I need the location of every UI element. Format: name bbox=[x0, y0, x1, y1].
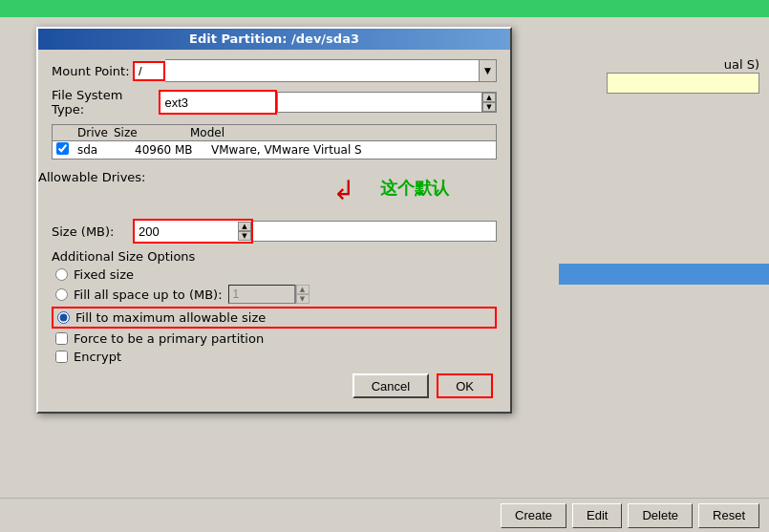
filesystem-spinner-up[interactable]: ▲ bbox=[482, 93, 496, 102]
radio-fixed-label: Fixed size bbox=[74, 267, 134, 282]
drive-checkbox[interactable] bbox=[56, 142, 77, 158]
mount-dropdown-arrow[interactable]: ▼ bbox=[479, 60, 496, 81]
size-remaining bbox=[253, 221, 497, 242]
checkbox-primary[interactable] bbox=[55, 332, 68, 345]
dialog-buttons: Cancel OK bbox=[52, 368, 497, 402]
mount-point-combo-wrapper bbox=[133, 61, 165, 81]
cancel-button[interactable]: Cancel bbox=[352, 373, 429, 398]
radio-fill-space-label: Fill all space up to (MB): bbox=[74, 287, 223, 302]
filesystem-spinner[interactable]: ▲ ▼ bbox=[481, 93, 496, 112]
drives-col-size: Size bbox=[114, 126, 190, 139]
filesystem-input-wrapper bbox=[159, 90, 277, 115]
filesystem-label: File System Type: bbox=[52, 88, 159, 117]
mount-point-combo: ▼ bbox=[165, 59, 497, 82]
size-label: Size (MB): bbox=[52, 224, 133, 239]
mount-point-text-input[interactable] bbox=[135, 63, 163, 79]
mount-point-label: Mount Point: bbox=[52, 64, 133, 78]
size-row: Size (MB): ▲ ▼ bbox=[52, 219, 497, 244]
bottom-toolbar: Create Edit Delete Reset bbox=[0, 498, 769, 532]
fill-space-spinner-up[interactable]: ▲ bbox=[296, 285, 310, 294]
right-panel-label: ual S) bbox=[724, 57, 759, 72]
radio-fill-max-row: Fill to maximum allowable size bbox=[52, 307, 497, 329]
edit-button[interactable]: Edit bbox=[572, 503, 622, 528]
radio-fixed[interactable] bbox=[55, 268, 68, 281]
ok-button[interactable]: OK bbox=[437, 373, 493, 398]
radio-fill-space[interactable] bbox=[55, 288, 68, 301]
right-panel-blue-bar bbox=[559, 264, 769, 285]
create-button[interactable]: Create bbox=[501, 503, 566, 528]
mount-combo-text bbox=[165, 70, 479, 72]
mount-point-row: Mount Point: ▼ bbox=[52, 59, 497, 82]
fill-space-input[interactable] bbox=[228, 285, 295, 304]
radio-fixed-row: Fixed size bbox=[52, 267, 497, 282]
filesystem-combo-rest: ▲ ▼ bbox=[277, 92, 497, 113]
size-spinner-down[interactable]: ▼ bbox=[238, 231, 251, 241]
checkbox-encrypt[interactable] bbox=[55, 351, 68, 363]
checkbox-primary-row: Force to be a primary partition bbox=[52, 331, 497, 346]
checkbox-primary-label: Force to be a primary partition bbox=[74, 331, 264, 346]
dialog-content: Mount Point: ▼ File System Type: ▲ ▼ bbox=[38, 50, 510, 412]
size-spinner-up[interactable]: ▲ bbox=[238, 222, 251, 231]
dialog-title: Edit Partition: /dev/sda3 bbox=[189, 32, 359, 46]
drive-size: 40960 MB bbox=[135, 143, 211, 157]
size-input-wrapper: ▲ ▼ bbox=[133, 219, 253, 244]
allowable-drives-label: Allowable Drives: bbox=[38, 170, 145, 184]
radio-fill-space-row: Fill all space up to (MB): ▲ ▼ bbox=[52, 285, 497, 304]
drives-col-drive: Drive bbox=[56, 126, 114, 139]
drives-col-model: Model bbox=[190, 126, 492, 139]
table-row: sda 40960 MB VMware, VMware Virtual S bbox=[53, 141, 496, 159]
checkbox-encrypt-label: Encrypt bbox=[74, 350, 121, 364]
drives-table-header: Drive Size Model bbox=[53, 125, 496, 141]
top-bar bbox=[0, 0, 769, 17]
delete-button[interactable]: Delete bbox=[628, 503, 693, 528]
filesystem-spinner-down[interactable]: ▼ bbox=[482, 102, 496, 112]
radio-fill-max[interactable] bbox=[57, 311, 70, 324]
annotation-arrow-icon: ↲ bbox=[333, 175, 355, 206]
annotation-text: 这个默认 bbox=[380, 177, 449, 200]
checkbox-encrypt-row: Encrypt bbox=[52, 350, 497, 364]
reset-button[interactable]: Reset bbox=[698, 503, 759, 528]
filesystem-input[interactable] bbox=[160, 92, 275, 113]
additional-size-label: Additional Size Options bbox=[52, 249, 497, 264]
size-spinner[interactable]: ▲ ▼ bbox=[238, 222, 251, 241]
radio-fill-max-label: Fill to maximum allowable size bbox=[75, 310, 266, 325]
dialog-titlebar: Edit Partition: /dev/sda3 bbox=[38, 29, 510, 50]
edit-partition-dialog: Edit Partition: /dev/sda3 Mount Point: ▼… bbox=[36, 27, 512, 414]
fill-space-spinner[interactable]: ▲ ▼ bbox=[295, 285, 310, 304]
right-panel-field bbox=[607, 73, 759, 94]
drive-model: VMware, VMware Virtual S bbox=[211, 143, 492, 157]
size-input[interactable] bbox=[135, 221, 238, 242]
filesystem-row: File System Type: ▲ ▼ bbox=[52, 88, 497, 117]
drives-table: Drive Size Model sda 40960 MB VMware, VM… bbox=[52, 124, 497, 160]
drive-name: sda bbox=[77, 143, 135, 157]
right-panel: ual S) bbox=[559, 17, 769, 495]
fill-space-spinner-down[interactable]: ▼ bbox=[296, 294, 310, 304]
